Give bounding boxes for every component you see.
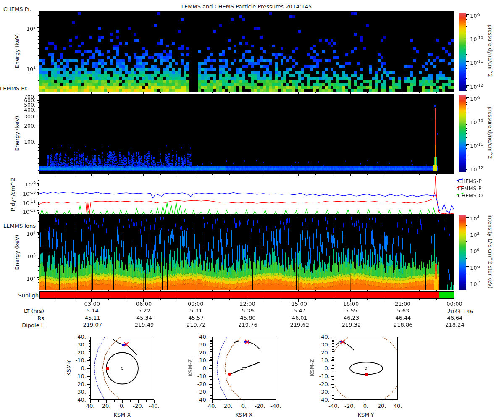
orbit-y-tick — [89, 351, 90, 352]
time-axis-tick — [108, 299, 109, 300]
panel-hour-tick — [436, 92, 437, 93]
minor-tick — [38, 278, 39, 278]
colorbar-minor-tick — [466, 15, 467, 16]
panel-hour-tick — [178, 290, 178, 291]
major-tick — [37, 68, 39, 68]
orbit-y-tick — [332, 379, 334, 380]
spacecraft-trajectory — [336, 342, 354, 350]
colorbar-minor-tick — [466, 65, 467, 66]
ephemeris-value: 5.39 — [235, 308, 260, 314]
orbit-x-tick — [236, 400, 236, 402]
minor-tick — [38, 95, 39, 96]
major-tick — [37, 142, 39, 142]
orbit-y-tick — [89, 372, 90, 372]
orbit-y-tick — [209, 360, 212, 361]
orbit-y-tick — [332, 365, 334, 366]
orbit-y-tick — [332, 354, 334, 354]
ephemeris-value: 46.44 — [391, 315, 416, 321]
minor-tick — [38, 99, 39, 99]
minor-tick — [38, 186, 39, 186]
panel-hour-tick — [368, 174, 368, 175]
orbit-y-tick — [332, 367, 334, 367]
legend-item: LEMMS-P — [456, 185, 481, 192]
ephemeris-value: 219.07 — [80, 322, 105, 328]
panel-hour-tick — [74, 92, 74, 93]
orbit-y-tick — [87, 360, 90, 361]
minor-tick — [38, 70, 39, 70]
colorbar-minor-tick — [466, 122, 467, 122]
orbit-y-tick — [89, 381, 90, 381]
panel-hour-tick — [229, 174, 230, 175]
time-tick-label: 09:00 — [183, 301, 208, 307]
major-tick — [37, 110, 39, 110]
time-tick-label: 12:00 — [235, 301, 260, 307]
colorbar-minor-tick — [466, 101, 467, 101]
orbit-y-tick — [210, 398, 212, 399]
minor-tick — [38, 197, 39, 197]
orbit-y-tick — [331, 353, 334, 353]
colorbar-minor-tick — [466, 114, 467, 114]
orbit_xz-plot — [212, 337, 276, 400]
time-axis-tick — [178, 299, 178, 300]
minor-tick — [38, 217, 39, 217]
orbit-y-tick — [210, 372, 212, 372]
orbit-y-tick — [332, 370, 334, 370]
panel-hour-tick — [212, 215, 213, 216]
panel-hour-tick — [91, 92, 92, 94]
time-axis-tick — [436, 299, 437, 300]
orbit-y-tick — [332, 397, 334, 397]
colorbar-minor-tick — [466, 107, 467, 107]
panel-hour-tick — [143, 92, 144, 94]
magnetopause-curve — [102, 337, 121, 400]
time-axis-tick — [57, 299, 57, 300]
panel-hour-tick — [402, 215, 402, 217]
titan-position-dot — [228, 373, 231, 376]
colorbar-major-tick — [466, 168, 469, 168]
orbit-y-tick — [89, 373, 90, 373]
colorbar-minor-tick — [466, 74, 467, 74]
colorbar-minor-tick — [466, 110, 467, 110]
orbit-y-tick — [332, 391, 334, 391]
colorbar-minor-tick — [466, 242, 467, 242]
panel-hour-tick — [229, 215, 230, 216]
minor-tick — [38, 239, 39, 239]
ephemeris-value: 5.71 — [442, 308, 467, 314]
ions-ytick-label: 103 — [10, 252, 36, 258]
colorbar-minor-tick — [466, 130, 467, 131]
colorbar-pressure-1 — [459, 13, 466, 91]
minor-tick — [38, 15, 39, 16]
colorbar-major-tick — [466, 144, 469, 145]
colorbar-minor-tick — [466, 275, 467, 275]
minor-tick — [38, 170, 39, 171]
orbit-y-tick — [210, 375, 212, 375]
panel-hour-tick — [333, 290, 333, 291]
colorbar-major-tick — [466, 61, 469, 62]
orbit-y-tick — [332, 356, 334, 356]
orbit-y-tick — [332, 378, 334, 378]
panel-hour-tick — [91, 215, 92, 217]
orbit-y-tick — [209, 345, 212, 345]
panel-hour-tick — [143, 290, 144, 292]
colorbar-minor-tick — [466, 154, 467, 154]
figure-title: LEMMS and CHEMS Particle Pressures 2014:… — [39, 3, 454, 10]
panel-hour-tick — [126, 215, 126, 216]
orbit-x-tick-label: -40. — [144, 403, 164, 409]
orbit-y-tick — [89, 364, 90, 364]
row-label-rs: Rs — [0, 315, 44, 321]
orbit-y-tick — [210, 397, 212, 397]
time-tick-label: 15:00 — [286, 301, 312, 307]
colorbar-minor-tick — [466, 133, 467, 134]
orbit-y-tick — [89, 365, 90, 366]
minor-tick — [38, 211, 39, 211]
ephemeris-value: 46.01 — [287, 315, 312, 321]
orbit-y-tick — [331, 337, 334, 337]
panel-hour-tick — [229, 290, 230, 291]
panel-hour-tick — [247, 215, 247, 217]
minor-tick — [38, 213, 39, 213]
orbit-y-tick — [210, 389, 212, 389]
lemms-ytick-label: 200. — [10, 123, 36, 129]
orbit-x-tick — [374, 400, 374, 402]
chems-ytick-label: 102 — [10, 24, 36, 30]
panel-hour-tick — [143, 174, 144, 176]
orbit-y-tick — [331, 368, 334, 369]
